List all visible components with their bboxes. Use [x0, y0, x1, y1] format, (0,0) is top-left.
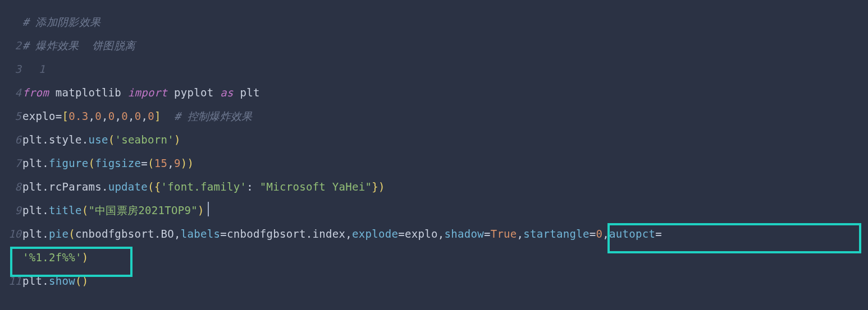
operator: =: [590, 228, 596, 240]
bracket: [: [62, 110, 68, 122]
quote: ": [366, 181, 372, 193]
text-cursor: [208, 202, 209, 216]
line-number: 11: [0, 269, 22, 293]
line-number-text: 11: [8, 275, 21, 287]
line-number-text: 1: [39, 63, 45, 75]
code-line[interactable]: 6 plt.style.use('seaborn'): [0, 128, 868, 151]
paren: (: [75, 275, 82, 287]
keyword-from: from: [22, 86, 49, 99]
dot: .: [102, 181, 108, 193]
comment-text: 添加阴影效果: [29, 16, 101, 28]
string: Microsoft YaHei: [266, 181, 365, 193]
number: 0: [148, 110, 154, 122]
string: font.family: [167, 181, 240, 193]
dot: .: [42, 275, 49, 287]
dot: .: [42, 181, 49, 193]
line-number-text: 5: [15, 110, 21, 122]
comment-hash: #: [174, 110, 181, 122]
line-number: 5: [0, 104, 22, 128]
space: [161, 110, 174, 122]
code-line-wrap[interactable]: '%1.2f%%'): [0, 246, 868, 269]
code-content[interactable]: plt.show(): [22, 269, 88, 293]
code-line[interactable]: 4 from matplotlib import pyplot as plt: [0, 81, 868, 104]
comment-hash: #: [22, 39, 29, 52]
code-content[interactable]: plt.title("中国票房2021TOP9"): [22, 198, 209, 222]
paren: (: [108, 133, 115, 146]
code-line[interactable]: 3: [0, 57, 868, 81]
brace: {: [154, 181, 161, 193]
code-content[interactable]: # 爆炸效果 饼图脱离: [22, 34, 135, 57]
comma: ,: [128, 110, 135, 122]
line-number: 6: [0, 128, 22, 151]
code-line[interactable]: 11 plt.show(): [0, 269, 868, 293]
code-content[interactable]: plt.figure(figsize=(15,9)): [22, 151, 194, 175]
dot: .: [42, 157, 49, 169]
line-number: 4: [0, 81, 22, 104]
code-line[interactable]: 5 explo=[0.3,0,0,0,0,0] # 控制爆炸效果: [0, 104, 868, 128]
paren: (: [148, 157, 154, 169]
operator: =: [56, 110, 62, 122]
quote: ": [260, 181, 267, 193]
code-content[interactable]: # 添加阴影效果: [22, 10, 100, 34]
quote: ': [115, 133, 121, 146]
code-editor[interactable]: ▼ 1 # 添加阴影效果 2 # 爆炸效果 饼图脱离 3 4 from matp…: [0, 0, 868, 310]
line-number-text: 10: [8, 228, 21, 240]
string: 中国票房2021TOP9: [95, 204, 191, 216]
operator: =: [484, 228, 491, 240]
object: plt: [22, 275, 42, 287]
code-line[interactable]: 8 plt.rcParams.update({'font.family': "M…: [0, 175, 868, 198]
code-line[interactable]: ▼ 1 # 添加阴影效果: [0, 10, 868, 34]
boolean: True: [491, 228, 517, 240]
dot: .: [42, 228, 49, 240]
code-content[interactable]: from matplotlib import pyplot as plt: [22, 81, 260, 104]
quote: ': [22, 251, 29, 263]
attr: index: [313, 228, 346, 240]
comma: ,: [438, 228, 445, 240]
code-line[interactable]: 2 # 爆炸效果 饼图脱离: [0, 34, 868, 57]
dot: .: [82, 133, 89, 146]
code-content[interactable]: '%1.2f%%'): [22, 246, 88, 269]
quote: ": [191, 204, 198, 216]
code-line[interactable]: 10 plt.pie(cnbodfgbsort.BO,labels=cnbodf…: [0, 222, 868, 246]
object: plt: [22, 157, 42, 169]
paren: (: [88, 157, 95, 169]
string: seaborn: [121, 133, 167, 146]
code-content[interactable]: explo=[0.3,0,0,0,0,0] # 控制爆炸效果: [22, 104, 252, 128]
line-number: 9: [0, 198, 22, 222]
string: %1.2f%%: [29, 251, 75, 263]
code-content[interactable]: plt.rcParams.update({'font.family': "Mic…: [22, 175, 385, 198]
paren: (: [68, 228, 75, 240]
number: 0: [596, 228, 603, 240]
line-number-text: 6: [15, 133, 21, 146]
variable: cnbodfgbsort: [75, 228, 154, 240]
line-number-text: 9: [15, 204, 21, 216]
line-number-text: 2: [15, 39, 21, 52]
kwarg: explode: [352, 228, 398, 240]
attr: BO: [161, 228, 174, 240]
object: plt: [22, 133, 42, 146]
code-line[interactable]: 7 plt.figure(figsize=(15,9)): [0, 151, 868, 175]
code-content[interactable]: plt.style.use('seaborn'): [22, 128, 181, 151]
quote: ': [240, 181, 246, 193]
number: 9: [174, 157, 181, 169]
code-line[interactable]: 9 plt.title("中国票房2021TOP9"): [0, 198, 868, 222]
number: 0: [108, 110, 115, 122]
code-content[interactable]: plt.pie(cnbodfgbsort.BO,labels=cnbodfgbs…: [22, 222, 662, 246]
function: show: [49, 275, 75, 287]
line-number: 3: [0, 57, 22, 81]
kwarg: startangle: [523, 228, 589, 240]
keyword-as: as: [220, 86, 233, 99]
line-number: 2: [0, 34, 22, 57]
comment-hash: #: [22, 16, 29, 28]
line-number: 10: [0, 222, 22, 246]
paren: (: [148, 181, 154, 193]
comma: ,: [174, 228, 181, 240]
quote: ': [161, 181, 168, 193]
paren: ): [82, 275, 89, 287]
alias-name: plt: [234, 86, 260, 99]
module-name: matplotlib: [49, 86, 128, 99]
comma: ,: [167, 157, 174, 169]
comma: ,: [517, 228, 524, 240]
number: 0: [121, 110, 128, 122]
kwarg: labels: [181, 228, 220, 240]
